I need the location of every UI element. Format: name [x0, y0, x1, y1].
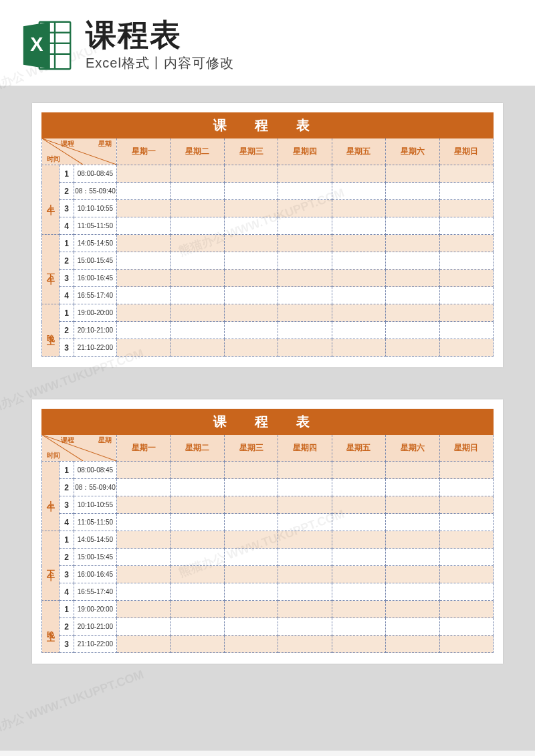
course-cell[interactable] [171, 566, 224, 583]
course-cell[interactable] [171, 252, 224, 270]
course-cell[interactable] [439, 531, 493, 549]
course-cell[interactable] [224, 618, 278, 636]
course-cell[interactable] [332, 514, 385, 531]
course-cell[interactable] [278, 304, 332, 322]
course-cell[interactable] [278, 287, 332, 304]
course-cell[interactable] [386, 583, 439, 601]
course-cell[interactable] [386, 618, 439, 636]
course-cell[interactable] [332, 618, 385, 636]
course-cell[interactable] [117, 618, 171, 636]
course-cell[interactable] [439, 618, 493, 636]
course-cell[interactable] [386, 304, 439, 322]
course-cell[interactable] [278, 514, 332, 531]
course-cell[interactable] [386, 514, 439, 531]
course-cell[interactable] [332, 583, 385, 601]
course-cell[interactable] [439, 636, 493, 653]
course-cell[interactable] [386, 339, 439, 357]
course-cell[interactable] [439, 339, 493, 357]
course-cell[interactable] [224, 252, 278, 270]
course-cell[interactable] [117, 636, 171, 653]
course-cell[interactable] [439, 601, 493, 618]
course-cell[interactable] [439, 462, 493, 479]
course-cell[interactable] [278, 322, 332, 339]
course-cell[interactable] [278, 549, 332, 566]
course-cell[interactable] [332, 287, 385, 304]
course-cell[interactable] [332, 200, 385, 217]
course-cell[interactable] [224, 479, 278, 496]
course-cell[interactable] [224, 583, 278, 601]
course-cell[interactable] [117, 496, 171, 514]
course-cell[interactable] [278, 618, 332, 636]
course-cell[interactable] [439, 183, 493, 200]
course-cell[interactable] [278, 235, 332, 252]
course-cell[interactable] [117, 339, 171, 357]
course-cell[interactable] [224, 270, 278, 287]
course-cell[interactable] [278, 636, 332, 653]
course-cell[interactable] [171, 496, 224, 514]
course-cell[interactable] [332, 566, 385, 583]
course-cell[interactable] [117, 165, 171, 183]
course-cell[interactable] [224, 200, 278, 217]
course-cell[interactable] [278, 566, 332, 583]
course-cell[interactable] [332, 531, 385, 549]
course-cell[interactable] [117, 304, 171, 322]
course-cell[interactable] [332, 601, 385, 618]
course-cell[interactable] [332, 304, 385, 322]
course-cell[interactable] [171, 287, 224, 304]
course-cell[interactable] [117, 514, 171, 531]
course-cell[interactable] [224, 566, 278, 583]
course-cell[interactable] [332, 479, 385, 496]
course-cell[interactable] [117, 531, 171, 549]
course-cell[interactable] [386, 531, 439, 549]
course-cell[interactable] [439, 304, 493, 322]
course-cell[interactable] [224, 217, 278, 235]
course-cell[interactable] [224, 165, 278, 183]
course-cell[interactable] [386, 165, 439, 183]
course-cell[interactable] [332, 636, 385, 653]
course-cell[interactable] [386, 252, 439, 270]
course-cell[interactable] [439, 549, 493, 566]
course-cell[interactable] [332, 165, 385, 183]
course-cell[interactable] [224, 322, 278, 339]
course-cell[interactable] [439, 165, 493, 183]
course-cell[interactable] [171, 462, 224, 479]
course-cell[interactable] [171, 200, 224, 217]
course-cell[interactable] [386, 462, 439, 479]
course-cell[interactable] [278, 165, 332, 183]
course-cell[interactable] [224, 183, 278, 200]
course-cell[interactable] [439, 583, 493, 601]
course-cell[interactable] [224, 636, 278, 653]
course-cell[interactable] [117, 601, 171, 618]
course-cell[interactable] [117, 549, 171, 566]
course-cell[interactable] [332, 235, 385, 252]
course-cell[interactable] [439, 322, 493, 339]
course-cell[interactable] [278, 583, 332, 601]
course-cell[interactable] [171, 514, 224, 531]
course-cell[interactable] [386, 496, 439, 514]
course-cell[interactable] [117, 462, 171, 479]
course-cell[interactable] [171, 531, 224, 549]
course-cell[interactable] [386, 217, 439, 235]
course-cell[interactable] [117, 235, 171, 252]
course-cell[interactable] [224, 531, 278, 549]
course-cell[interactable] [117, 479, 171, 496]
course-cell[interactable] [386, 479, 439, 496]
course-cell[interactable] [171, 235, 224, 252]
course-cell[interactable] [439, 479, 493, 496]
course-cell[interactable] [439, 496, 493, 514]
course-cell[interactable] [332, 496, 385, 514]
course-cell[interactable] [224, 304, 278, 322]
course-cell[interactable] [224, 514, 278, 531]
course-cell[interactable] [332, 462, 385, 479]
course-cell[interactable] [278, 252, 332, 270]
course-cell[interactable] [386, 636, 439, 653]
course-cell[interactable] [439, 287, 493, 304]
course-cell[interactable] [439, 217, 493, 235]
course-cell[interactable] [439, 566, 493, 583]
course-cell[interactable] [171, 549, 224, 566]
course-cell[interactable] [117, 583, 171, 601]
course-cell[interactable] [171, 165, 224, 183]
course-cell[interactable] [332, 549, 385, 566]
course-cell[interactable] [224, 339, 278, 357]
course-cell[interactable] [171, 479, 224, 496]
